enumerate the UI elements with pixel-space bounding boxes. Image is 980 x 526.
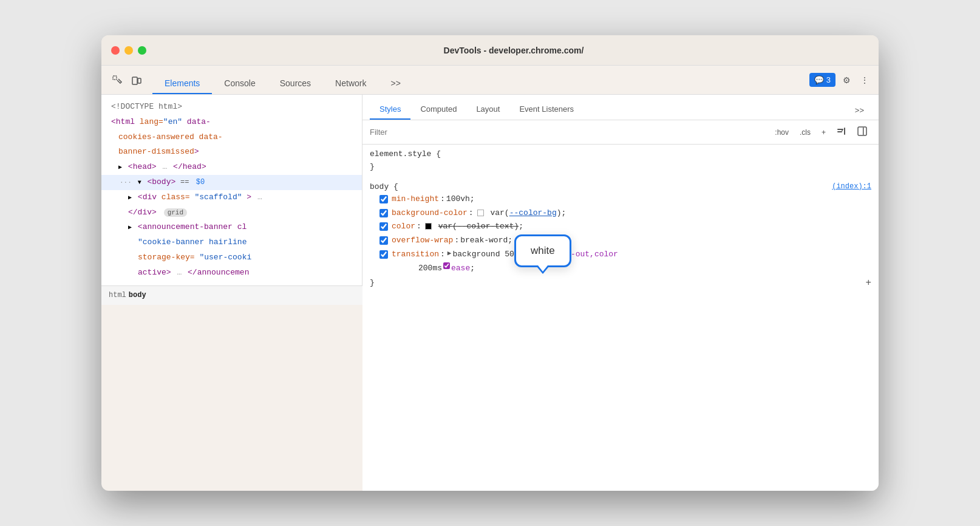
dom-div-close[interactable]: </div> grid [101, 205, 362, 220]
tab-sources[interactable]: Sources [268, 73, 323, 94]
styles-tabs: Styles Computed Layout Event Listeners >… [362, 95, 879, 120]
breadcrumb-bar: html body [101, 285, 362, 305]
inspect-icon[interactable] [109, 72, 126, 89]
color-tooltip: white [514, 234, 571, 267]
filter-actions: :hov .cls + [771, 125, 871, 140]
dom-storage-key: storage-key= "user-cooki [101, 250, 362, 265]
hov-button[interactable]: :hov [771, 126, 793, 138]
svg-rect-2 [138, 78, 141, 83]
element-style-close: } [370, 160, 871, 175]
tab-console[interactable]: Console [212, 73, 267, 94]
svg-rect-1 [132, 77, 137, 84]
body-selector: body { (index):1 [370, 182, 871, 191]
main-tabs: Elements Console Sources Network >> [152, 66, 807, 94]
dom-doctype: <!DOCTYPE html> [101, 100, 362, 115]
tab-computed[interactable]: Computed [410, 100, 466, 120]
svg-rect-6 [842, 130, 843, 131]
new-style-rule-button[interactable] [832, 125, 851, 140]
elements-panel: <!DOCTYPE html> <html lang="en" data- co… [101, 95, 362, 285]
device-icon[interactable] [128, 72, 145, 89]
triangle-icon: ▶ [128, 193, 132, 203]
svg-rect-4 [837, 131, 842, 132]
svg-rect-8 [863, 128, 864, 135]
tab-more-styles[interactable]: >> [848, 101, 871, 120]
transition-arrow-icon[interactable]: ▶ [447, 248, 452, 259]
settings-button[interactable]: ⚙ [840, 73, 853, 87]
prop-min-height: min-height : 100vh ; [370, 193, 871, 207]
tab-event-listeners[interactable]: Event Listeners [509, 100, 584, 120]
text-color-swatch[interactable] [425, 223, 432, 230]
cls-button[interactable]: .cls [795, 126, 815, 138]
dom-active-close[interactable]: active> … </announcemen [101, 265, 362, 281]
more-button[interactable]: ⋮ [858, 73, 871, 87]
styles-content: element.style { } body { (index):1 [362, 145, 879, 491]
ease2-checkbox[interactable] [443, 262, 450, 269]
filter-bar: :hov .cls + [362, 120, 879, 145]
triangle-icon: ▶ [128, 223, 132, 233]
triangle-icon: ▼ [138, 178, 141, 188]
min-height-checkbox[interactable] [379, 195, 388, 203]
devtools-window: DevTools - developer.chrome.com/ Element… [101, 35, 879, 491]
tab-more[interactable]: >> [378, 73, 412, 94]
dom-html-attr1: cookies-answered data- [101, 130, 362, 145]
main-content: <!DOCTYPE html> <html lang="en" data- co… [101, 95, 879, 491]
dom-announcement[interactable]: ▶ <announcement-banner cl [101, 220, 362, 235]
bg-color-swatch[interactable] [477, 210, 484, 216]
background-color-checkbox[interactable] [379, 209, 388, 217]
svg-rect-0 [113, 76, 117, 80]
filter-input[interactable] [370, 128, 766, 137]
minimize-button[interactable] [124, 46, 133, 55]
messages-badge[interactable]: 💬 3 [809, 73, 835, 87]
dom-html-attr2: banner-dismissed> [101, 145, 362, 160]
toolbar: Elements Console Sources Network >> 💬 3 … [101, 66, 879, 95]
tab-layout[interactable]: Layout [466, 100, 509, 120]
tab-network[interactable]: Network [323, 73, 378, 94]
maximize-button[interactable] [138, 46, 146, 55]
badge-count: 3 [826, 75, 831, 84]
svg-rect-5 [844, 128, 845, 135]
svg-rect-7 [858, 127, 866, 135]
tab-elements[interactable]: Elements [152, 73, 212, 94]
prop-transition: transition : ▶ background 500ms ease-in-… [370, 248, 871, 262]
transition-checkbox[interactable] [379, 250, 388, 259]
prop-transition-cont: 200ms ease ; [370, 262, 871, 276]
svg-rect-3 [837, 129, 843, 130]
breadcrumb-body[interactable]: body [129, 291, 146, 299]
prop-color: color : var(--color-text) ; [370, 220, 871, 234]
dom-html[interactable]: <html lang="en" data- [101, 115, 362, 130]
message-icon: 💬 [814, 75, 824, 84]
body-rule-close: } [370, 278, 375, 287]
close-button[interactable] [111, 46, 120, 55]
dom-head[interactable]: ▶ <head> … </head> [101, 160, 362, 175]
color-checkbox[interactable] [379, 222, 388, 231]
grid-badge: grid [164, 208, 187, 217]
toolbar-right: 💬 3 ⚙ ⋮ [809, 73, 871, 87]
add-property-button[interactable]: + [865, 278, 871, 288]
prop-background-color: background-color : var(--color-bg) ; [370, 207, 871, 220]
triangle-icon: ▶ [118, 163, 122, 172]
dom-cookie-banner: "cookie-banner hairline [101, 235, 362, 250]
breadcrumb-html[interactable]: html [109, 291, 126, 299]
window-title: DevTools - developer.chrome.com/ [158, 46, 869, 55]
styles-panel: Styles Computed Layout Event Listeners >… [362, 95, 879, 491]
dom-div-scaffold[interactable]: ▶ <div class= "scaffold" > … [101, 190, 362, 205]
toggle-sidebar-button[interactable] [853, 125, 871, 140]
source-link[interactable]: (index):1 [832, 182, 871, 191]
titlebar: DevTools - developer.chrome.com/ [101, 35, 879, 66]
traffic-lights [111, 46, 146, 55]
tab-styles[interactable]: Styles [370, 100, 410, 120]
color-bg-link[interactable]: --color-bg [509, 208, 557, 217]
tooltip-text: white [531, 245, 555, 256]
body-rule: body { (index):1 min-height : 100vh ; [370, 182, 871, 288]
prop-overflow-wrap: overflow-wrap : break-word ; [370, 234, 871, 248]
element-style-rule: element.style { } [370, 149, 871, 175]
dom-body[interactable]: ··· ▼ <body> == $0 [101, 175, 362, 190]
add-style-button[interactable]: + [817, 126, 830, 138]
overflow-wrap-checkbox[interactable] [379, 236, 388, 245]
element-style-selector: element.style { [370, 149, 871, 159]
